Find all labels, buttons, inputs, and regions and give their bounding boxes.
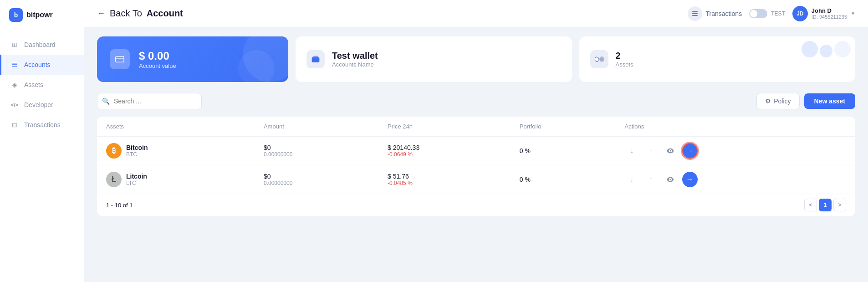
account-value-amount: $ 0.00 [139, 50, 176, 62]
header-left: ← Back To Account [97, 8, 183, 19]
wallet-text: Test wallet Accounts Name [332, 51, 378, 68]
svg-rect-2 [692, 15, 698, 15]
info-cards: $ 0.00 Account value Test wallet Account… [97, 36, 855, 82]
price-main: $ 20140.33 [388, 144, 501, 151]
svg-point-8 [600, 57, 603, 61]
upload-button[interactable]: ↑ [644, 172, 659, 187]
pagination-info: 1 - 10 of 1 [106, 202, 133, 209]
search-icon: 🔍 [102, 97, 110, 105]
assets-icon: ◈ [10, 81, 19, 89]
asset-ticker: BTC [126, 151, 148, 158]
sidebar-item-transactions[interactable]: ⊟ Transactions [0, 115, 84, 135]
amount-cell-1: $0 0.00000000 [255, 165, 378, 194]
toggle-label: TEST [771, 10, 785, 17]
user-menu[interactable]: JD John D ID: 9455211235 ▼ [792, 6, 855, 21]
prev-page-button[interactable]: < [804, 199, 817, 211]
portfolio-cell-1: 0 % [511, 165, 616, 194]
sidebar-item-dashboard[interactable]: ⊞ Dashboard [0, 35, 84, 55]
page-title: Account [147, 8, 183, 19]
col-actions: Actions [616, 117, 855, 137]
col-portfolio: Portfolio [511, 117, 616, 137]
sidebar-item-label: Developer [24, 101, 53, 108]
svg-rect-0 [692, 11, 698, 12]
current-page: 1 [819, 199, 832, 211]
sidebar: b bitpowr ⊞ Dashboard Accounts ◈ Assets … [0, 0, 84, 282]
policy-button[interactable]: ⚙ Policy [756, 93, 799, 109]
sidebar-item-developer[interactable]: </> Developer [0, 95, 84, 115]
actions-cell-1: ↓ ↑ → [616, 165, 855, 194]
card-assets-decoration [802, 41, 851, 57]
avatar: JD [792, 6, 808, 21]
portfolio-value: 0 % [520, 147, 531, 154]
back-label: Back To [110, 8, 142, 19]
wallet-label: Accounts Name [332, 61, 378, 68]
assets-table-container: Assets Amount Price 24h Portfolio Action… [97, 117, 855, 216]
toggle-switch[interactable] [749, 9, 767, 18]
toolbar: 🔍 ⚙ Policy New asset [97, 93, 855, 109]
svg-point-6 [595, 57, 598, 61]
sidebar-item-assets[interactable]: ◈ Assets [0, 75, 84, 95]
assets-count: 2 [616, 51, 633, 61]
price-change: -0.0485 % [388, 180, 501, 186]
user-name: John D [812, 7, 847, 14]
next-page-button[interactable]: > [833, 199, 846, 211]
table-row: Ł Litcoin LTC $0 0.00000000 $ 51.76 -0.0… [97, 165, 855, 194]
sidebar-item-label: Transactions [24, 121, 61, 128]
actions-cell-0: ↓ ↑ → [616, 137, 855, 165]
toggle-wrap: TEST [749, 9, 785, 18]
table-header: Assets Amount Price 24h Portfolio Action… [97, 117, 855, 137]
col-price: Price 24h [378, 117, 511, 137]
toolbar-actions: ⚙ Policy New asset [756, 93, 855, 109]
sidebar-item-label: Accounts [24, 61, 51, 68]
account-value-card: $ 0.00 Account value [97, 36, 288, 82]
amount-cell-0: $0 0.00000000 [255, 137, 378, 165]
back-arrow-icon[interactable]: ← [97, 9, 105, 18]
col-assets: Assets [97, 117, 255, 137]
price-cell-0: $ 20140.33 -0.0649 % [378, 137, 511, 165]
pagination-pages: < 1 > [804, 199, 846, 211]
transactions-icon: ⊟ [10, 121, 19, 129]
btc-icon: ₿ [106, 143, 122, 159]
header-right: Transactions TEST JD John D ID: 94552112… [688, 6, 856, 21]
amount-main: $0 [264, 144, 369, 151]
logo-text: bitpowr [26, 11, 53, 19]
policy-label: Policy [774, 97, 791, 105]
chevron-down-icon: ▼ [851, 11, 855, 16]
navigate-button[interactable]: → [682, 143, 698, 159]
upload-button[interactable]: ↑ [644, 144, 659, 158]
sidebar-nav: ⊞ Dashboard Accounts ◈ Assets </> Develo… [0, 30, 84, 282]
assets-label: Assets [616, 61, 633, 68]
sidebar-item-accounts[interactable]: Accounts [0, 55, 84, 75]
asset-ticker: LTC [126, 180, 147, 186]
search-input[interactable] [97, 93, 202, 109]
asset-name: Bitcoin [126, 144, 148, 151]
logo-icon: b [9, 8, 23, 22]
amount-main: $0 [264, 173, 369, 180]
table-body: ₿ Bitcoin BTC $0 0.00000000 $ 20140.33 -… [97, 137, 855, 194]
navigate-button[interactable]: → [682, 172, 698, 187]
transactions-button[interactable]: Transactions [688, 6, 742, 21]
view-button[interactable] [663, 172, 678, 187]
accounts-icon [10, 61, 19, 69]
svg-rect-4 [116, 58, 124, 59]
card-value-icon [110, 49, 130, 69]
col-amount: Amount [255, 117, 378, 137]
assets-count-card: 2 Assets [579, 36, 856, 82]
assets-toggle-icon [590, 50, 608, 68]
price-cell-1: $ 51.76 -0.0485 % [378, 165, 511, 194]
asset-cell-1: Ł Litcoin LTC [97, 165, 255, 194]
new-asset-button[interactable]: New asset [804, 93, 855, 109]
view-button[interactable] [663, 144, 678, 158]
assets-table: Assets Amount Price 24h Portfolio Action… [97, 117, 855, 194]
portfolio-value: 0 % [520, 176, 531, 183]
assets-count-text: 2 Assets [616, 51, 633, 68]
search-wrap: 🔍 [97, 93, 202, 109]
toggle-knob [750, 10, 757, 17]
sidebar-item-label: Assets [24, 81, 43, 88]
download-button[interactable]: ↓ [625, 144, 639, 158]
amount-sub: 0.00000000 [264, 180, 369, 186]
download-button[interactable]: ↓ [625, 172, 639, 187]
table-row: ₿ Bitcoin BTC $0 0.00000000 $ 20140.33 -… [97, 137, 855, 165]
card-value-text: $ 0.00 Account value [139, 50, 176, 69]
sidebar-item-label: Dashboard [24, 41, 56, 48]
